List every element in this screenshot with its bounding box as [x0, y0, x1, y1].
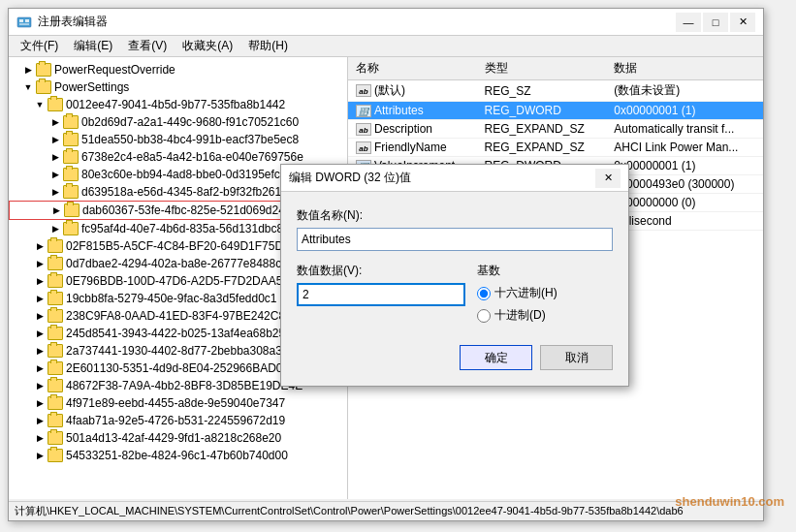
dialog-value-row: 数值数据(V): 基数 十六进制(H) 十进制(D)	[297, 263, 613, 329]
dialog-title-bar: 编辑 DWORD (32 位)值 ✕	[281, 165, 628, 192]
field-name-label: 数值名称(N):	[297, 207, 613, 224]
dialog-cancel-button[interactable]: 取消	[540, 345, 613, 370]
radio-dec-label: 十进制(D)	[494, 307, 546, 324]
radio-hex-option[interactable]: 十六进制(H)	[477, 285, 613, 301]
radio-dec-option[interactable]: 十进制(D)	[477, 307, 613, 324]
radio-dec[interactable]	[477, 309, 491, 323]
main-window: 注册表编辑器 — □ ✕ 文件(F) 编辑(E) 查看(V) 收藏夹(A) 帮助…	[8, 8, 764, 521]
field-data-label: 数值数据(V):	[297, 263, 465, 279]
field-data-input[interactable]	[297, 283, 465, 306]
radio-hex[interactable]	[477, 287, 491, 300]
dialog-title-text: 编辑 DWORD (32 位)值	[289, 170, 411, 186]
edit-dword-dialog: 编辑 DWORD (32 位)值 ✕ 数值名称(N): 数值数据(V): 基数	[280, 164, 629, 387]
value-section: 数值数据(V):	[297, 263, 465, 306]
base-label: 基数	[477, 263, 613, 279]
dialog-buttons: 确定 取消	[297, 345, 613, 370]
field-name-input[interactable]	[297, 228, 613, 251]
dialog-close-button[interactable]: ✕	[595, 169, 621, 188]
base-section: 基数 十六进制(H) 十进制(D)	[477, 263, 613, 329]
dialog-ok-button[interactable]: 确定	[460, 345, 532, 370]
radio-hex-label: 十六进制(H)	[494, 285, 557, 301]
dialog-body: 数值名称(N): 数值数据(V): 基数 十六进制(H)	[281, 192, 628, 386]
dialog-overlay: 编辑 DWORD (32 位)值 ✕ 数值名称(N): 数值数据(V): 基数	[9, 9, 763, 520]
